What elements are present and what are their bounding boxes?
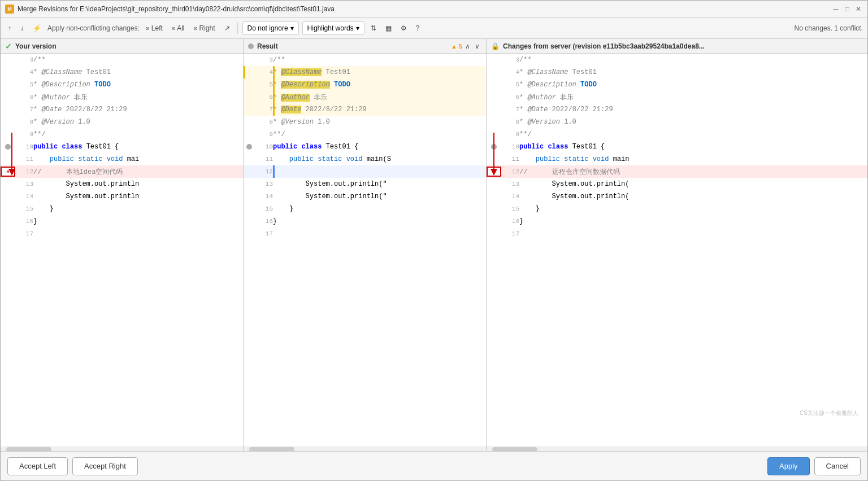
table-row: 5 * @Description TODO xyxy=(487,78,867,91)
left-scrollbar[interactable] xyxy=(1,447,243,451)
check-icon: ✓ xyxy=(5,42,12,51)
apply-left-button[interactable]: » Left xyxy=(143,23,166,33)
table-row: 7 * @Date 2022/8/22 21:29 xyxy=(1,103,243,116)
table-row: 14 System.out.println xyxy=(1,190,243,203)
window-title: Merge Revisions for E:\IdeaProjects\git_… xyxy=(18,5,335,13)
table-row: 7 * @Date 2022/8/22 21:29 xyxy=(244,103,486,116)
prev-conflict-button[interactable]: ∧ xyxy=(463,42,472,51)
result-label: Result xyxy=(257,42,278,50)
table-row: 17 xyxy=(1,228,243,240)
table-row: 13 System.out.println( xyxy=(487,178,867,190)
table-row: 17 xyxy=(244,228,486,240)
middle-scrollbar[interactable] xyxy=(244,447,486,451)
table-row: 3 /** xyxy=(244,54,486,66)
table-row: 11 public static void main xyxy=(487,153,867,165)
close-button[interactable]: ✕ xyxy=(854,5,863,14)
magic-button[interactable]: ⚡ xyxy=(30,23,44,33)
right-scrollbar-thumb[interactable] xyxy=(492,447,537,451)
table-row: 8 * @Version 1.0 xyxy=(487,116,867,128)
table-row: 17 xyxy=(487,228,867,240)
middle-scrollbar-thumb[interactable] xyxy=(249,447,294,451)
app-icon: M xyxy=(5,5,14,14)
middle-panel-header: Result ▲ 5 ∧ ∨ xyxy=(244,39,486,54)
right-scrollbar[interactable] xyxy=(487,447,867,451)
highlight-dropdown[interactable]: Highlight words ▾ xyxy=(302,21,364,35)
footer-right: Apply Cancel xyxy=(767,457,861,475)
panels-wrapper: ✓ Your version 3 /** 4 * @ClassN xyxy=(1,39,867,451)
table-row: 5 * @Description TODO xyxy=(244,78,486,91)
settings-button3[interactable]: ⚙ xyxy=(398,23,410,33)
table-row: 6 * @Author 非乐 xyxy=(487,91,867,103)
apply-label: Apply non-conflicting changes: xyxy=(47,24,140,32)
table-row: 11 public static void main(S xyxy=(244,153,486,165)
middle-code-table: 3 /** 4 * @ClassName Test01 xyxy=(244,54,486,240)
apply-all-button[interactable]: « All xyxy=(169,23,188,33)
table-row: 16 } xyxy=(244,215,486,228)
apply-right-button[interactable]: « Right xyxy=(191,23,218,33)
accept-left-button[interactable]: Accept Left xyxy=(7,457,68,475)
lock-icon: 🔒 xyxy=(491,42,500,50)
maximize-button[interactable]: □ xyxy=(843,5,852,14)
next-change-button[interactable]: ↓ xyxy=(18,23,27,33)
ignore-dropdown[interactable]: Do not ignore ▾ xyxy=(242,21,299,35)
table-row: 4 * @ClassName Test01 xyxy=(1,66,243,78)
footer-left: Accept Left Accept Right xyxy=(7,457,138,475)
table-row: 14 System.out.println(" xyxy=(244,190,486,203)
minimize-button[interactable]: ─ xyxy=(831,5,840,14)
title-bar-left: M Merge Revisions for E:\IdeaProjects\gi… xyxy=(5,5,335,14)
table-row: 4 * @ClassName Test01 xyxy=(487,66,867,78)
table-row: 9 **/ xyxy=(487,128,867,141)
apply-right2-button[interactable]: ↗ xyxy=(222,23,233,33)
table-row: 3 /** xyxy=(1,54,243,66)
table-row: « 12 // 远程仓库空间数据代码 xyxy=(487,165,867,178)
left-code-scroll[interactable]: 3 /** 4 * @ClassName Test01 5 * @Descrip… xyxy=(1,54,243,447)
table-row: 11 public static void mai xyxy=(1,153,243,165)
middle-panel: Result ▲ 5 ∧ ∨ 3 /** xyxy=(244,39,487,451)
next-conflict-button[interactable]: ∨ xyxy=(473,42,481,51)
footer: Accept Left Accept Right Apply Cancel xyxy=(1,451,867,480)
table-row: 10 public class Test01 { xyxy=(487,141,867,153)
table-row: 6 * @Author 非乐 xyxy=(1,91,243,103)
conflict-nav: ▲ 5 ∧ ∨ xyxy=(451,42,481,51)
settings-button2[interactable]: ▦ xyxy=(383,23,394,33)
table-row: 9 **/ xyxy=(1,128,243,141)
cancel-button[interactable]: Cancel xyxy=(814,457,861,475)
table-row: 5 * @Description TODO xyxy=(1,78,243,91)
middle-code-scroll[interactable]: 3 /** 4 * @ClassName Test01 xyxy=(244,54,486,447)
left-gutter-3 xyxy=(1,54,15,66)
table-row: 13 System.out.println(" xyxy=(244,178,486,190)
table-row: 3 /** xyxy=(487,54,867,66)
table-row: 8 * @Version 1.0 xyxy=(244,116,486,128)
apply-button[interactable]: Apply xyxy=(767,457,810,475)
table-row: 15 } xyxy=(487,203,867,215)
table-row: 12 xyxy=(244,165,486,178)
table-row: » 12 // 本地Idea空间代码 xyxy=(1,165,243,178)
help-button[interactable]: ? xyxy=(413,23,423,33)
title-bar: M Merge Revisions for E:\IdeaProjects\gi… xyxy=(1,1,867,18)
prev-change-button[interactable]: ↑ xyxy=(5,23,14,33)
table-row: 7 * @Date 2022/8/22 21:29 xyxy=(487,103,867,116)
table-row: 10 public class Test01 { xyxy=(1,141,243,153)
table-row: 6 * @Author 非乐 xyxy=(244,91,486,103)
left-code-table: 3 /** 4 * @ClassName Test01 5 * @Descrip… xyxy=(1,54,243,240)
table-row: 8 * @Version 1.0 xyxy=(1,116,243,128)
table-row: 16 } xyxy=(487,215,867,228)
right-code-scroll[interactable]: 3 /** 4 * @ClassName Test01 5 * @Descrip… xyxy=(487,54,867,447)
table-row: 16 } xyxy=(1,215,243,228)
table-row: 15 } xyxy=(1,203,243,215)
conflict-count: ▲ 5 xyxy=(451,43,462,50)
left-scrollbar-thumb[interactable] xyxy=(6,447,51,451)
left-panel: ✓ Your version 3 /** 4 * @ClassN xyxy=(1,39,244,451)
separator1 xyxy=(237,23,238,34)
table-row: 15 } xyxy=(244,203,486,215)
table-row: 10 public class Test01 { xyxy=(244,141,486,153)
settings-button1[interactable]: ⇅ xyxy=(368,23,379,33)
right-panel-header: 🔒 Changes from server (revision e11b5bc3… xyxy=(487,39,867,54)
table-row: 9 **/ xyxy=(244,128,486,141)
main-window: M Merge Revisions for E:\IdeaProjects\gi… xyxy=(0,0,868,481)
table-row: 13 System.out.println xyxy=(1,178,243,190)
accept-right-button[interactable]: Accept Right xyxy=(72,457,138,475)
toolbar: ↑ ↓ ⚡ Apply non-conflicting changes: » L… xyxy=(1,18,867,39)
window-controls: ─ □ ✕ xyxy=(831,5,863,14)
changes-label: Changes from server (revision e11b5bc3aa… xyxy=(503,42,705,50)
